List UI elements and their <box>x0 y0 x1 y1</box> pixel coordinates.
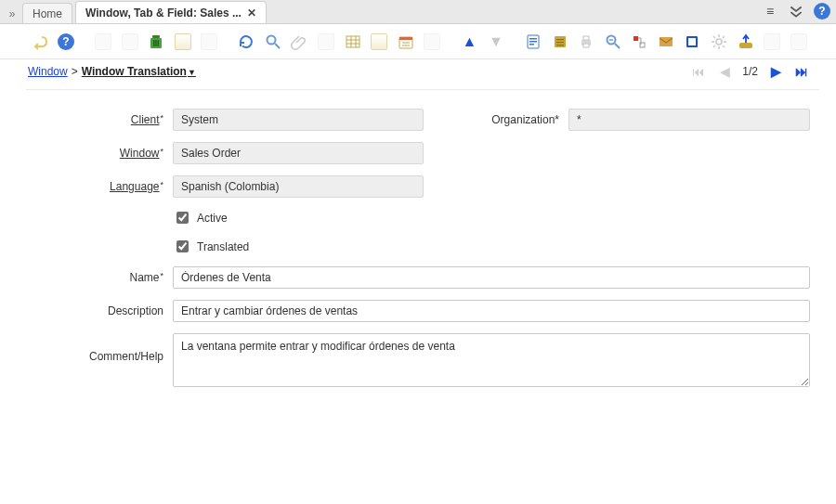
organization-label: Organization* <box>459 113 561 126</box>
language-field: Spanish (Colombia) <box>173 175 424 198</box>
row-window: Window* Sales Order <box>35 142 810 164</box>
attachment-button[interactable] <box>288 30 311 54</box>
calendar-button[interactable] <box>394 30 417 54</box>
breadcrumb-current-label: Window Translation <box>82 65 187 78</box>
csv-import-button[interactable] <box>787 30 810 54</box>
svg-line-28 <box>615 44 620 48</box>
help-icon[interactable]: ? <box>814 3 830 19</box>
import-file-button[interactable] <box>761 30 784 54</box>
export-button[interactable] <box>734 30 757 54</box>
svg-rect-19 <box>529 44 534 45</box>
row-translated: Translated <box>35 238 810 255</box>
window-field: Sales Order <box>173 142 424 164</box>
help-label: Comment/Help <box>35 333 165 363</box>
name-label: Name* <box>35 271 165 284</box>
svg-rect-22 <box>556 42 564 43</box>
breadcrumb-current[interactable]: Window Translation▼ <box>82 65 196 78</box>
detail-button[interactable]: ▼ <box>485 30 508 54</box>
gear-button[interactable] <box>708 30 731 54</box>
expand-sidebar-icon[interactable]: » <box>6 5 19 23</box>
breadcrumb-parent-link[interactable]: Window <box>28 65 68 78</box>
description-label: Description <box>35 304 165 317</box>
tab-home[interactable]: Home <box>22 3 72 23</box>
svg-rect-3 <box>155 40 157 46</box>
breadcrumb-sep: > <box>72 65 78 78</box>
chevrons-down-icon[interactable] <box>788 3 804 19</box>
menu-icon[interactable]: ≡ <box>762 3 778 19</box>
archive-button[interactable] <box>548 30 571 54</box>
undo-button[interactable] <box>28 30 51 54</box>
svg-line-42 <box>723 36 725 38</box>
find-button[interactable] <box>262 30 285 54</box>
svg-rect-32 <box>660 37 673 46</box>
translated-label: Translated <box>197 240 249 253</box>
svg-line-41 <box>723 45 725 47</box>
tab-bar: » Home Window, Tab & Field: Sales ... ✕ … <box>0 0 836 24</box>
tabbar-right-controls: ≡ ? <box>762 3 830 19</box>
prev-record-button[interactable]: ◀ <box>716 63 733 80</box>
svg-rect-30 <box>634 36 638 41</box>
process-button[interactable] <box>421 30 444 54</box>
svg-rect-34 <box>688 38 696 45</box>
row-active: Active <box>35 209 810 226</box>
svg-line-43 <box>713 45 715 47</box>
zoom-across-button[interactable] <box>602 30 625 54</box>
help-textarea[interactable] <box>173 333 810 387</box>
copy-button[interactable] <box>118 30 141 54</box>
tab-label: Home <box>33 7 62 20</box>
delete-button[interactable] <box>145 30 168 54</box>
svg-rect-4 <box>158 40 160 46</box>
row-description: Description <box>35 300 810 322</box>
svg-rect-13 <box>399 37 412 40</box>
history-button[interactable] <box>368 30 391 54</box>
translated-checkbox[interactable] <box>176 240 189 252</box>
requests-button[interactable] <box>655 30 678 54</box>
breadcrumb: Window > Window Translation▼ <box>28 65 196 78</box>
svg-rect-26 <box>583 44 589 47</box>
description-input[interactable] <box>173 300 810 322</box>
svg-rect-44 <box>739 43 752 48</box>
close-icon[interactable]: ✕ <box>247 7 256 19</box>
active-workflows-button[interactable] <box>628 30 651 54</box>
row-name: Name* <box>35 266 810 289</box>
refresh-button[interactable] <box>235 30 258 54</box>
breadcrumb-row: Window > Window Translation▼ ⏮ ◀ 1/2 ▶ ⏭ <box>0 59 836 89</box>
translated-checkbox-row[interactable]: Translated <box>173 238 249 255</box>
toggle-grid-button[interactable] <box>341 30 364 54</box>
save-create-button[interactable] <box>198 30 221 54</box>
new-button[interactable] <box>92 30 115 54</box>
svg-rect-7 <box>346 36 359 47</box>
svg-line-40 <box>713 36 715 38</box>
parent-button[interactable]: ▲ <box>458 30 481 54</box>
language-label: Language* <box>35 180 165 193</box>
name-input[interactable] <box>173 266 810 289</box>
print-button[interactable] <box>575 30 598 54</box>
row-help: Comment/Help <box>35 333 810 387</box>
svg-rect-23 <box>556 45 564 45</box>
chat-button[interactable] <box>315 30 338 54</box>
first-record-button[interactable]: ⏮ <box>690 63 707 80</box>
svg-point-35 <box>716 39 722 45</box>
product-info-button[interactable] <box>681 30 704 54</box>
tab-label: Window, Tab & Field: Sales ... <box>85 6 242 19</box>
active-checkbox[interactable] <box>176 212 189 224</box>
save-button[interactable] <box>171 30 194 54</box>
active-label: Active <box>197 212 228 225</box>
svg-rect-25 <box>583 36 589 40</box>
help-button[interactable]: ? <box>55 30 78 54</box>
svg-line-6 <box>275 44 280 48</box>
row-client-org: Client* System Organization* * <box>35 109 810 131</box>
chevron-down-icon: ▼ <box>188 68 196 77</box>
window-label: Window* <box>35 147 165 160</box>
last-record-button[interactable]: ⏭ <box>793 63 810 80</box>
tab-window-tab-field[interactable]: Window, Tab & Field: Sales ... ✕ <box>75 1 267 23</box>
svg-point-5 <box>267 35 275 44</box>
svg-rect-2 <box>153 40 155 46</box>
client-field: System <box>173 109 424 131</box>
svg-rect-17 <box>529 38 537 40</box>
record-pager: ⏮ ◀ 1/2 ▶ ⏭ <box>690 63 810 80</box>
pager-text: 1/2 <box>742 65 758 78</box>
report-button[interactable] <box>522 30 545 54</box>
active-checkbox-row[interactable]: Active <box>173 209 228 226</box>
next-record-button[interactable]: ▶ <box>767 63 784 80</box>
